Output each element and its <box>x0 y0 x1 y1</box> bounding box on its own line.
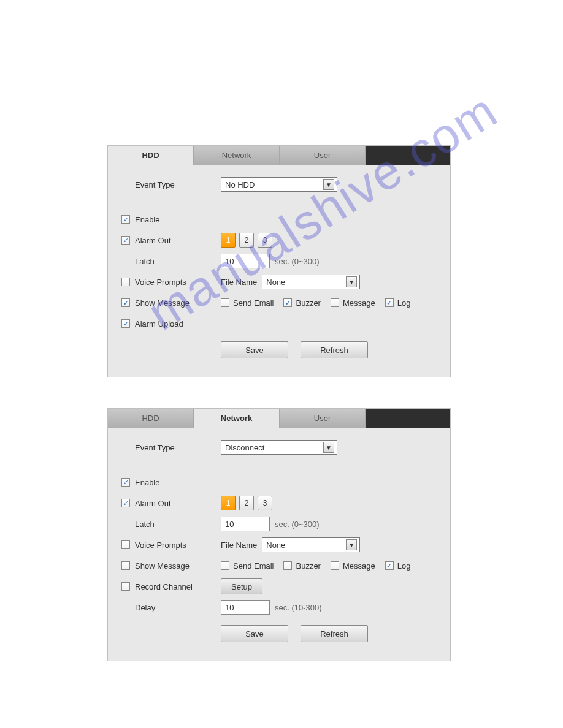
chevron-down-icon: ▼ <box>323 442 334 453</box>
buzzer-checkbox[interactable] <box>283 561 292 570</box>
alarm-out-2[interactable]: 2 <box>239 496 254 510</box>
tab-hdd[interactable]: HDD <box>108 409 194 428</box>
show-message-label: Show Message <box>135 561 221 571</box>
voice-prompts-checkbox[interactable] <box>121 540 130 549</box>
file-name-value: None <box>266 540 285 550</box>
log-checkbox[interactable] <box>385 298 394 307</box>
alarm-upload-checkbox[interactable] <box>121 319 130 328</box>
enable-checkbox[interactable] <box>121 215 130 224</box>
log-label: Log <box>397 298 411 308</box>
alarm-out-label: Alarm Out <box>135 236 221 245</box>
tab-spacer <box>366 409 450 428</box>
tab-spacer <box>366 146 450 165</box>
alarm-upload-label: Alarm Upload <box>135 319 221 328</box>
save-button[interactable]: Save <box>221 625 288 642</box>
file-name-select[interactable]: None ▼ <box>262 275 360 289</box>
latch-hint: sec. (0~300) <box>275 520 320 529</box>
tab-network[interactable]: Network <box>194 409 280 428</box>
message-label: Message <box>343 561 375 571</box>
alarm-out-1[interactable]: 1 <box>221 233 236 248</box>
record-channel-label: Record Channel <box>135 582 221 591</box>
message-checkbox[interactable] <box>331 298 339 307</box>
alarm-out-1[interactable]: 1 <box>221 496 236 510</box>
log-checkbox[interactable] <box>385 561 394 570</box>
alarm-out-buttons: 1 2 3 <box>221 496 272 510</box>
event-type-select[interactable]: Disconnect ▼ <box>221 440 337 455</box>
tab-row: HDD Network User <box>108 409 450 428</box>
setup-button[interactable]: Setup <box>221 578 262 594</box>
latch-label: Latch <box>135 520 221 529</box>
send-email-label: Send Email <box>233 298 274 308</box>
tab-hdd[interactable]: HDD <box>108 146 194 165</box>
file-name-label: File Name <box>221 278 257 287</box>
voice-prompts-checkbox[interactable] <box>121 278 130 286</box>
send-email-checkbox[interactable] <box>221 561 229 570</box>
voice-prompts-label: Voice Prompts <box>135 278 221 287</box>
file-name-select[interactable]: None ▼ <box>262 537 360 552</box>
alarm-out-label: Alarm Out <box>135 499 221 508</box>
buzzer-label: Buzzer <box>296 561 320 571</box>
latch-input[interactable]: 10 <box>221 517 270 531</box>
enable-label: Enable <box>135 478 221 487</box>
send-email-label: Send Email <box>233 561 274 571</box>
alarm-out-2[interactable]: 2 <box>239 233 254 248</box>
tab-user[interactable]: User <box>280 146 366 165</box>
voice-prompts-label: Voice Prompts <box>135 540 221 550</box>
file-name-value: None <box>266 278 285 287</box>
alarm-out-buttons: 1 2 3 <box>221 233 272 248</box>
delay-input[interactable]: 10 <box>221 600 270 615</box>
event-type-select[interactable]: No HDD ▼ <box>221 177 337 192</box>
enable-checkbox[interactable] <box>121 478 130 487</box>
buzzer-checkbox[interactable] <box>283 298 292 307</box>
event-type-label: Event Type <box>135 443 221 452</box>
enable-label: Enable <box>135 215 221 224</box>
latch-hint: sec. (0~300) <box>275 257 320 266</box>
event-type-value: No HDD <box>225 180 255 189</box>
show-message-checkbox[interactable] <box>121 298 130 307</box>
buzzer-label: Buzzer <box>296 298 320 308</box>
log-label: Log <box>397 561 411 571</box>
chevron-down-icon: ▼ <box>323 179 334 190</box>
network-panel: HDD Network User Event Type Disconnect ▼ <box>107 408 451 661</box>
alarm-out-checkbox[interactable] <box>121 499 130 507</box>
message-label: Message <box>343 298 375 308</box>
tab-network[interactable]: Network <box>194 146 280 165</box>
refresh-button[interactable]: Refresh <box>301 341 368 358</box>
event-type-value: Disconnect <box>225 443 264 452</box>
refresh-button[interactable]: Refresh <box>301 625 368 642</box>
chevron-down-icon: ▼ <box>346 539 357 550</box>
tab-user[interactable]: User <box>280 409 366 428</box>
delay-label: Delay <box>135 603 221 612</box>
send-email-checkbox[interactable] <box>221 298 229 307</box>
record-channel-checkbox[interactable] <box>121 582 130 591</box>
alarm-out-3[interactable]: 3 <box>258 496 272 510</box>
delay-hint: sec. (10-300) <box>275 603 322 612</box>
separator <box>121 463 437 463</box>
show-message-checkbox[interactable] <box>121 561 130 570</box>
chevron-down-icon: ▼ <box>346 276 357 287</box>
event-type-label: Event Type <box>135 180 221 189</box>
tab-row: HDD Network User <box>108 146 450 165</box>
show-message-label: Show Message <box>135 298 221 308</box>
latch-label: Latch <box>135 257 221 266</box>
alarm-out-3[interactable]: 3 <box>258 233 272 248</box>
separator <box>121 200 437 200</box>
latch-input[interactable]: 10 <box>221 254 270 268</box>
hdd-panel: HDD Network User Event Type No HDD ▼ Ena… <box>107 145 451 377</box>
alarm-out-checkbox[interactable] <box>121 236 130 245</box>
file-name-label: File Name <box>221 540 257 550</box>
message-checkbox[interactable] <box>331 561 339 570</box>
save-button[interactable]: Save <box>221 341 288 358</box>
